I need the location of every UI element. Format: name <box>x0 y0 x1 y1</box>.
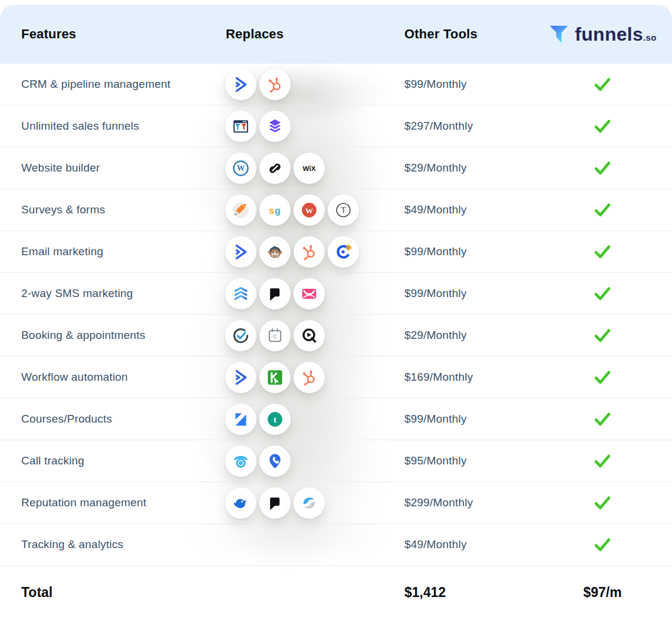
triple-chevron-icon <box>225 278 256 309</box>
brand-logo: funnels.so <box>552 24 672 45</box>
mailchimp-monkey-icon <box>259 236 291 268</box>
funnels-included-cell <box>552 327 672 344</box>
funnels-included-cell <box>552 368 672 386</box>
brand-name: funnels <box>575 24 643 45</box>
check-icon <box>592 201 612 219</box>
funnels-included-cell <box>552 410 672 428</box>
check-icon <box>592 410 612 428</box>
wordpress-w-icon: W <box>225 153 256 184</box>
replaces-icons <box>212 69 383 100</box>
phone-dial-icon <box>225 446 256 477</box>
hubspot-sprocket-icon <box>294 362 325 393</box>
total-funnels-value: $97/m <box>552 585 672 601</box>
column-header-other-tools: Other Tools <box>383 27 552 42</box>
clickfunnels-window-icon <box>225 111 256 142</box>
check-icon <box>592 452 612 470</box>
calendar-icon: C <box>259 320 291 351</box>
other-tools-price: $99/Monthly <box>383 245 552 258</box>
teachable-t-icon: t <box>259 404 291 435</box>
squarespace-link-icon <box>259 153 291 184</box>
table-row: CRM & pipeline management$99/Monthly <box>0 64 672 105</box>
wix-wordmark-icon: WiX <box>294 153 325 184</box>
total-label: Total <box>0 585 212 601</box>
check-icon <box>592 536 612 553</box>
other-tools-price: $99/Monthly <box>383 78 552 91</box>
table-body: CRM & pipeline management$99/MonthlyUnli… <box>0 64 672 566</box>
birdeye-bird-icon <box>225 487 256 519</box>
wufoo-w-icon: W <box>294 194 325 226</box>
feature-label: Reputation management <box>0 496 212 509</box>
other-tools-price: $29/Monthly <box>383 329 552 342</box>
table-row: Call tracking$95/Monthly <box>0 440 672 482</box>
quote-bubble-icon <box>259 487 291 519</box>
feature-label: Email marketing <box>0 245 212 258</box>
replaces-icons <box>212 278 383 309</box>
activecampaign-chevron-icon <box>225 362 256 393</box>
hubspot-sprocket-icon <box>294 236 325 268</box>
activecampaign-chevron-icon <box>225 69 256 100</box>
svg-text:t: t <box>274 414 276 424</box>
check-icon <box>592 494 612 512</box>
column-header-replaces: Replaces <box>212 27 383 42</box>
funnel-gradient-icon <box>548 24 569 45</box>
feature-label: Courses/Products <box>0 413 212 426</box>
swirl-icon <box>294 487 325 519</box>
funnels-included-cell <box>552 536 672 553</box>
svg-text:s: s <box>269 205 274 216</box>
map-pin-phone-icon <box>259 446 291 477</box>
other-tools-price: $49/Monthly <box>383 538 552 551</box>
svg-text:g: g <box>275 205 281 216</box>
table-row: Courses/Productst$99/Monthly <box>0 398 672 440</box>
check-icon <box>592 243 612 260</box>
feature-label: Surveys & forms <box>0 203 212 216</box>
leadpages-layers-icon <box>259 111 291 142</box>
feature-label: Unlimited sales funnels <box>0 120 212 133</box>
sg-wordmark-icon: sg <box>259 194 291 226</box>
svg-text:W: W <box>237 164 245 173</box>
table-row: Email marketing$99/Monthly <box>0 231 672 273</box>
other-tools-price: $169/Monthly <box>383 371 552 384</box>
pencil-icon <box>225 194 256 226</box>
replaces-icons <box>212 446 383 477</box>
check-icon <box>592 117 612 135</box>
check-icon <box>592 159 612 177</box>
svg-text:W: W <box>305 206 313 215</box>
other-tools-price: $99/Monthly <box>383 287 552 300</box>
funnels-included-cell <box>552 117 672 135</box>
funnels-included-cell <box>552 243 672 260</box>
table-row: Surveys & formssgWT$49/Monthly <box>0 189 672 231</box>
funnels-included-cell <box>552 201 672 219</box>
activecampaign-chevron-icon <box>225 236 256 268</box>
funnels-included-cell <box>552 159 672 177</box>
check-icon <box>592 327 612 344</box>
feature-label: Tracking & analytics <box>0 538 212 551</box>
other-tools-price: $29/Monthly <box>383 161 552 174</box>
table-row: 2-way SMS marketing$99/Monthly <box>0 273 672 315</box>
check-icon <box>592 285 612 302</box>
keap-cursor-icon <box>259 362 291 393</box>
replaces-icons <box>212 487 383 519</box>
pink-envelope-icon <box>294 278 325 309</box>
table-header: Features Replaces Other Tools funnel <box>0 5 672 64</box>
table-row: Reputation management$299/Monthly <box>0 482 672 524</box>
funnels-included-cell <box>552 75 672 93</box>
replaces-icons: WWiX <box>212 153 383 184</box>
funnels-included-cell <box>552 494 672 512</box>
other-tools-price: $299/Monthly <box>383 496 552 509</box>
table-row: Booking & appointmentsC$29/Monthly <box>0 315 672 357</box>
table-row: Tracking & analytics$49/Monthly <box>0 524 672 566</box>
other-tools-price: $297/Monthly <box>383 120 552 133</box>
feature-label: CRM & pipeline management <box>0 78 212 91</box>
other-tools-price: $49/Monthly <box>383 203 552 216</box>
replaces-icons: sgWT <box>212 194 383 226</box>
feature-label: Call tracking <box>0 454 212 467</box>
column-header-features: Features <box>0 27 212 42</box>
total-other-tools-value: $1,412 <box>383 585 552 601</box>
replaces-icons <box>212 362 383 393</box>
table-row: Website builderWWiX$29/Monthly <box>0 147 672 189</box>
funnels-included-cell <box>552 452 672 470</box>
replaces-icons: t <box>212 404 383 435</box>
q-magnifier-icon <box>294 320 325 351</box>
replaces-icons: C <box>212 320 383 351</box>
feature-label: 2-way SMS marketing <box>0 287 212 300</box>
